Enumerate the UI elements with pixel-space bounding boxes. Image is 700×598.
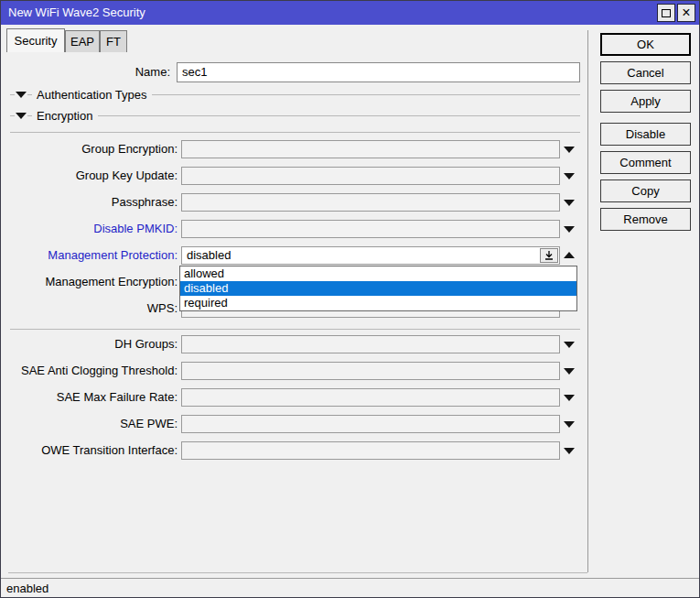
collapse-triangle-icon[interactable] (16, 92, 27, 98)
field-row-sae-pwe: SAE PWE: (1, 415, 587, 433)
management-protection-value: disabled (187, 248, 231, 262)
status-bar: enabled (1, 578, 699, 597)
field-label: Group Encryption: (1, 140, 178, 158)
drop-to-bar-icon (544, 251, 554, 260)
dialog-window: New WiFi Wave2 Security × Security EAP F… (0, 0, 700, 598)
ok-button[interactable]: OK (600, 33, 691, 56)
apply-button[interactable]: Apply (600, 90, 691, 113)
chevron-down-icon[interactable] (564, 368, 575, 375)
close-icon: × (682, 5, 690, 20)
copy-button[interactable]: Copy (600, 179, 691, 202)
management-protection-input[interactable]: disabled (181, 246, 560, 265)
collapse-triangle-icon[interactable] (16, 113, 27, 119)
cancel-button[interactable]: Cancel (600, 61, 691, 84)
tab-security[interactable]: Security (6, 28, 65, 52)
passphrase-input[interactable] (181, 193, 560, 212)
field-row-owe-transition-interface: OWE Transition Interface: (1, 441, 587, 460)
status-text: enabled (6, 582, 48, 595)
chevron-down-icon[interactable] (564, 226, 575, 233)
field-label: SAE Anti Clogging Threshold: (1, 362, 178, 380)
name-value: sec1 (182, 65, 207, 79)
chevron-down-icon[interactable] (564, 395, 575, 401)
dropdown-option-required[interactable]: required (180, 296, 576, 310)
chevron-down-icon[interactable] (564, 421, 575, 428)
comment-button[interactable]: Comment (600, 151, 691, 174)
sae-anti-clogging-threshold-input[interactable] (181, 362, 560, 380)
sae-pwe-input[interactable] (181, 415, 560, 433)
name-input[interactable]: sec1 (177, 62, 580, 82)
field-label: Disable PMKID: (1, 220, 178, 238)
tab-ft[interactable]: FT (100, 30, 127, 52)
field-row-disable-pmkid: Disable PMKID: (1, 220, 587, 238)
remove-button[interactable]: Remove (600, 208, 691, 231)
field-label: SAE PWE: (1, 415, 178, 433)
title-bar[interactable]: New WiFi Wave2 Security × (1, 1, 699, 25)
field-label: Management Protection: (1, 246, 178, 265)
field-row-management-protection: Management Protection: disabled (1, 246, 587, 265)
chevron-down-icon[interactable] (564, 147, 575, 153)
section-rule (98, 115, 580, 116)
field-row-passphrase: Passphrase: (1, 193, 587, 212)
field-row-group-encryption: Group Encryption: (1, 140, 587, 158)
field-row-sae-max-failure-rate: SAE Max Failure Rate: (1, 388, 587, 407)
section-label: Encryption (32, 109, 98, 123)
close-button[interactable]: × (677, 4, 695, 22)
field-label: Passphrase: (1, 193, 178, 212)
panel-divider (587, 30, 588, 572)
window-title: New WiFi Wave2 Security (8, 5, 145, 19)
chevron-down-icon[interactable] (564, 342, 575, 348)
group-encryption-input[interactable] (181, 140, 560, 158)
chevron-up-icon[interactable] (564, 252, 575, 258)
field-row-dh-groups: DH Groups: (1, 335, 587, 353)
owe-transition-interface-input[interactable] (181, 441, 560, 460)
dropdown-option-disabled[interactable]: disabled (180, 281, 576, 296)
field-label: SAE Max Failure Rate: (1, 388, 178, 407)
dropdown-option-allowed[interactable]: allowed (180, 266, 576, 281)
field-label: Management Encryption: (1, 273, 178, 291)
management-protection-dropdown-list: allowed disabled required (179, 266, 577, 311)
chevron-down-icon[interactable] (564, 173, 575, 179)
dropdown-button[interactable] (540, 248, 558, 263)
field-row-group-key-update: Group Key Update: (1, 167, 587, 185)
section-encryption[interactable]: Encryption (10, 109, 580, 122)
name-label: Name: (1, 62, 170, 82)
tab-eap[interactable]: EAP (65, 30, 100, 52)
section-authentication-types[interactable]: Authentication Types (10, 88, 580, 101)
maximize-icon (662, 9, 671, 17)
field-row-sae-anti-clogging-threshold: SAE Anti Clogging Threshold: (1, 362, 587, 380)
separator (10, 132, 580, 133)
field-label: WPS: (1, 299, 178, 318)
section-label: Authentication Types (32, 88, 152, 102)
separator (10, 329, 580, 330)
field-label: DH Groups: (1, 335, 178, 353)
maximize-button[interactable] (657, 4, 675, 22)
disable-pmkid-input[interactable] (181, 220, 560, 238)
group-key-update-input[interactable] (181, 167, 560, 185)
field-label: Group Key Update: (1, 167, 178, 185)
content-bottom-border (8, 572, 587, 573)
dh-groups-input[interactable] (181, 335, 560, 353)
sae-max-failure-rate-input[interactable] (181, 388, 560, 407)
chevron-down-icon[interactable] (564, 200, 575, 206)
section-rule (152, 94, 580, 95)
disable-button[interactable]: Disable (600, 123, 691, 146)
field-label: OWE Transition Interface: (1, 441, 178, 460)
chevron-down-icon[interactable] (564, 448, 575, 454)
